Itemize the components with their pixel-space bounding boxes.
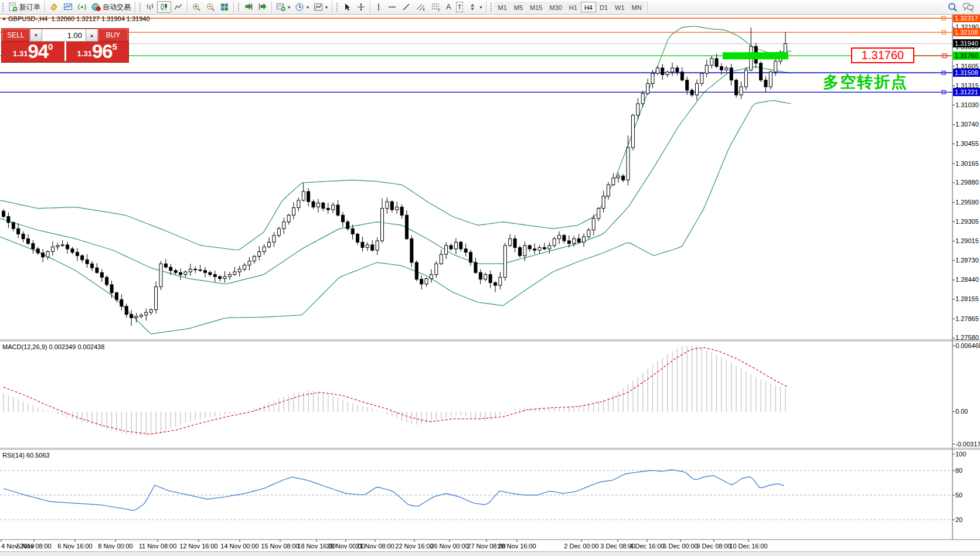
search-button[interactable]: [945, 1, 960, 13]
arrow-objects-icon: [468, 2, 477, 12]
equidistant-channel-icon: E: [416, 2, 426, 12]
macd-label: MACD(12,26,9) 0.002349 0.002438: [2, 343, 104, 350]
line-chart-button[interactable]: [171, 1, 185, 13]
new-chart-button[interactable]: ▾: [274, 1, 292, 13]
price-axis-tick: 1.28730: [955, 257, 979, 264]
signal-button[interactable]: [75, 1, 89, 13]
crosshair-tool-button[interactable]: [354, 1, 368, 13]
price-line-label: 1.31221: [953, 88, 980, 96]
mt4-window: 新订单 自动交易: [0, 0, 980, 556]
price-line-label: 1.31508: [953, 69, 980, 77]
timeframe-h1-button[interactable]: H1: [566, 2, 581, 12]
fibonacci-tool-button[interactable]: F: [428, 1, 444, 13]
zoom-in-icon: [192, 2, 201, 12]
time-axis-label: 11 Nov 08:00: [139, 543, 177, 550]
buy-price-prefix: 1.31: [77, 47, 92, 60]
sell-price[interactable]: 1.31940: [2, 42, 66, 61]
time-axis-label: 6 Nov 16:00: [57, 543, 92, 550]
price-axis-tick: 1.27580: [955, 334, 979, 342]
time-axis-label: 5 Nov 08:00: [16, 543, 51, 550]
text-label-tool-button[interactable]: T: [454, 1, 466, 13]
chart-symbol: GBPUSD-,H4: [8, 15, 47, 22]
auto-scroll-button[interactable]: [241, 1, 256, 13]
tile-windows-button[interactable]: [217, 1, 232, 13]
periods-button[interactable]: ▾: [292, 1, 311, 13]
candlestick-chart-button[interactable]: [157, 1, 171, 13]
rsi-axis-tick: 50: [955, 492, 962, 499]
chart-ohlc-values: 1.32060 1.32127 1.31904 1.31940: [51, 15, 149, 22]
time-axis-label: 14 Nov 00:00: [220, 543, 258, 550]
toolbar-separator: [647, 1, 648, 13]
buy-price[interactable]: 1.31965: [66, 42, 129, 61]
toolbar-separator: [332, 1, 332, 13]
timeframe-mn-button[interactable]: MN: [628, 2, 645, 12]
text-label-icon: T: [456, 2, 464, 12]
trendline-icon: [401, 2, 411, 12]
sell-price-big: 94: [28, 43, 48, 60]
price-line-label: 1.32317: [953, 14, 980, 22]
profiles-icon: [49, 2, 59, 12]
timeframe-h4-button[interactable]: H4: [581, 2, 596, 12]
chart-shift-button[interactable]: [256, 1, 270, 13]
cursor-tool-button[interactable]: [340, 1, 354, 13]
volume-input[interactable]: 1.00: [42, 29, 86, 42]
time-axis-label: 28 Nov 16:00: [498, 543, 536, 550]
symbol-marker-icon: ▲: [2, 16, 6, 21]
chat-icon: [962, 2, 974, 12]
line-chart-icon: [173, 2, 183, 12]
price-line-label: 1.32108: [953, 28, 980, 36]
horizontal-line-tool-button[interactable]: [385, 1, 399, 13]
timeframe-m15-button[interactable]: M15: [526, 2, 546, 12]
timeframe-m5-button[interactable]: M5: [511, 2, 526, 12]
time-axis-label: 10 Dec 16:00: [729, 543, 767, 550]
toolbar-grip: [138, 2, 141, 12]
sell-price-pip: 0: [48, 43, 53, 51]
autotrading-button[interactable]: 自动交易: [89, 1, 133, 13]
timeframe-d1-button[interactable]: D1: [596, 2, 611, 12]
bar-chart-button[interactable]: [143, 1, 157, 13]
sell-button[interactable]: SELL: [2, 29, 30, 42]
price-axis-tick: 1.29590: [955, 199, 979, 206]
price-line-label: 1.31940: [953, 39, 980, 47]
macd-axis-tick: 0.006468: [955, 342, 980, 350]
zoom-out-button[interactable]: [203, 1, 217, 13]
profiles-button[interactable]: [47, 1, 61, 13]
new-order-button[interactable]: 新订单: [6, 1, 43, 13]
volume-down-button[interactable]: ▼: [30, 29, 42, 42]
pivot-annotation-text[interactable]: 多空转折点: [823, 71, 908, 93]
volume-up-button[interactable]: ▲: [86, 29, 98, 42]
toolbar-grip: [237, 2, 240, 12]
price-axis-tick: 1.28155: [955, 295, 979, 303]
timeframe-w1-button[interactable]: W1: [611, 2, 628, 12]
market-watch-button[interactable]: [61, 1, 75, 13]
buy-button[interactable]: BUY: [98, 29, 128, 42]
signal-icon: [77, 2, 87, 12]
macd-axis-tick: 0.00: [955, 408, 968, 415]
price-axis-tick: 1.30740: [955, 121, 979, 128]
vertical-line-icon: [375, 2, 383, 12]
time-axis-label: 15 Nov 08:00: [261, 543, 299, 550]
text-tool-icon: A: [446, 2, 451, 12]
new-order-label: 新订单: [19, 2, 40, 12]
vertical-line-tool-button[interactable]: [372, 1, 385, 13]
chat-button[interactable]: [960, 1, 976, 13]
arrows-tool-button[interactable]: ▾: [465, 1, 484, 13]
timeframe-m30-button[interactable]: M30: [546, 2, 565, 12]
template-icon: [314, 2, 323, 12]
price-callout-box[interactable]: 1.31760: [851, 47, 914, 63]
market-watch-icon: [63, 2, 73, 12]
toolbar-grip: [489, 2, 492, 12]
autotrading-icon: [91, 2, 101, 12]
trendline-tool-button[interactable]: [399, 1, 413, 13]
zoom-in-button[interactable]: [189, 1, 203, 13]
toolbar-separator: [271, 1, 272, 13]
timeframe-m1-button[interactable]: M1: [494, 2, 510, 12]
text-tool-button[interactable]: A: [444, 1, 454, 13]
zoom-out-icon: [206, 2, 215, 12]
channel-tool-button[interactable]: E: [413, 1, 428, 13]
search-icon: [947, 2, 958, 12]
templates-button[interactable]: ▾: [311, 1, 330, 13]
crosshair-icon: [356, 2, 366, 12]
cursor-icon: [342, 2, 352, 12]
macd-axis-tick: -0.003171: [955, 441, 980, 448]
